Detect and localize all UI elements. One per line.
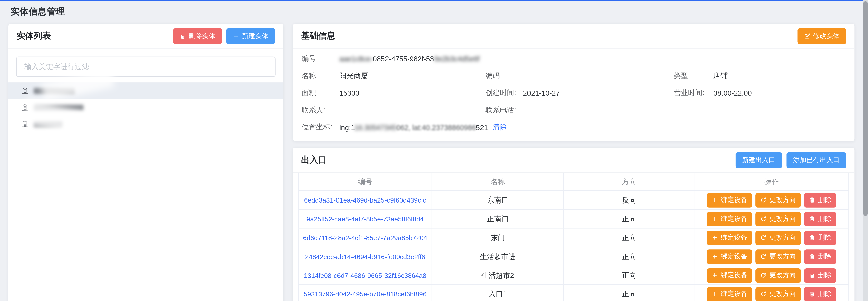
entity-list-item[interactable] [8,116,283,132]
type-value: 店铺 [713,71,728,81]
refresh-icon [761,216,767,222]
masked-lat: 062, lat:40.23738860986 [396,123,476,131]
entrance-direction: 反向 [564,191,694,210]
area-label: 面积: [302,88,339,98]
create-entity-label: 新建实体 [242,31,269,40]
plus-icon [712,272,718,278]
change-direction-button[interactable]: 更改方向 [756,212,801,226]
delete-entity-label: 删除实体 [189,31,215,40]
header-direction: 方向 [564,173,694,190]
delete-entrance-button[interactable]: 删除 [804,212,837,226]
edit-icon [804,33,810,39]
delete-entrance-button[interactable]: 删除 [804,193,837,207]
table-row: 1314fe08-c6d7-4686-9665-32f16c3864a8 生活超… [299,266,849,285]
entity-list-panel: 实体列表 删除实体 新建实体 [8,24,283,301]
delete-entrance-button[interactable]: 删除 [804,268,837,282]
hours-label: 营业时间: [674,88,713,98]
trash-icon [809,216,815,222]
entity-list-item[interactable] [8,82,283,99]
scrollbar-thumb[interactable] [863,1,868,216]
table-row: 9a25ff52-cae8-4af7-8b5e-73ae58f6f8d4 正南门… [299,210,849,229]
entrance-id-link[interactable]: 59313796-d042-495e-b70e-818cef6bf896 [304,291,427,298]
entrance-id-link[interactable]: 24842cec-ab14-4694-b916-fe00cd3e2ff6 [305,253,426,261]
add-existing-entrance-label: 添加已有出入口 [793,155,840,164]
basic-info-panel: 基础信息 修改实体 编号: aae1c8ce-0852-4755-982f-53… [293,24,855,141]
refresh-icon [761,235,767,241]
clear-coordinates-link[interactable]: 清除 [492,122,507,132]
entrance-id-link[interactable]: 9a25ff52-cae8-4af7-8b5e-73ae58f6f8d4 [307,215,424,223]
new-entrance-button[interactable]: 新建出入口 [736,152,782,168]
entity-id-value[interactable]: aae1c8ce-0852-4755-982f-539e2b3c4d5e6f [339,55,480,63]
bind-device-button[interactable]: 绑定设备 [707,287,752,301]
trash-icon [809,272,815,278]
vertical-scrollbar[interactable] [863,0,868,301]
table-header-row: 编号 名称 方向 操作 [299,173,849,190]
plus-icon [712,216,718,222]
entity-list-item[interactable] [8,99,283,116]
bind-device-button[interactable]: 绑定设备 [707,268,752,282]
entrance-name: 生活超市进 [432,247,564,266]
delete-entrance-button[interactable]: 删除 [804,231,837,245]
entrance-direction: 正向 [564,285,694,301]
entrance-id-link[interactable]: 6edd3a31-01ea-469d-ba25-c9f60d439cfc [304,197,426,204]
name-value: 阳光商厦 [339,71,368,81]
edit-entity-label: 修改实体 [813,31,840,40]
table-row: 6edd3a31-01ea-469d-ba25-c9f60d439cfc 东南口… [299,191,849,210]
plus-icon [712,235,718,241]
basic-info-body: 编号: aae1c8ce-0852-4755-982f-539e2b3c4d5e… [293,49,855,141]
coordinates-label: 位置坐标: [302,122,339,132]
building-icon [21,120,29,128]
delete-entity-button[interactable]: 删除实体 [173,28,222,44]
trash-icon [809,197,815,203]
entrance-direction: 正向 [564,210,694,229]
refresh-icon [761,197,767,203]
bind-device-button[interactable]: 绑定设备 [707,249,752,264]
masked-id-suffix: 9e2b3c4d5e6f [434,55,480,63]
building-icon [21,87,29,95]
entrance-name: 东南口 [432,191,564,210]
entrance-name: 东门 [432,228,564,247]
bind-device-button[interactable]: 绑定设备 [707,212,752,226]
new-entrance-label: 新建出入口 [742,155,775,164]
header-actions: 操作 [694,173,849,190]
name-label: 名称 [302,71,339,81]
entity-list [8,82,283,132]
change-direction-button[interactable]: 更改方向 [756,231,801,245]
change-direction-button[interactable]: 更改方向 [756,287,801,301]
add-existing-entrance-button[interactable]: 添加已有出入口 [786,152,846,168]
masked-lng: 16.30547345 [354,123,396,131]
entrance-id-link[interactable]: 6d6d7118-28a2-4cf1-85e7-7a29a85b7204 [303,234,428,242]
masked-entity-name [34,88,75,94]
building-icon [21,103,29,111]
entrances-table: 编号 名称 方向 操作 6edd3a31-01ea-469d-ba25-c9f6… [298,173,849,301]
plus-icon [712,197,718,203]
change-direction-button[interactable]: 更改方向 [756,193,801,207]
masked-entity-name [34,121,63,127]
code-label: 编码 [485,71,523,81]
entity-filter-input[interactable] [16,57,276,77]
change-direction-button[interactable]: 更改方向 [756,249,801,264]
change-direction-button[interactable]: 更改方向 [756,268,801,282]
top-progress-bar [0,0,868,1]
entrance-direction: 正向 [564,247,694,266]
header-name: 名称 [432,173,564,190]
table-row: 59313796-d042-495e-b70e-818cef6bf896 入口1… [299,285,849,301]
entrances-panel: 出入口 新建出入口 添加已有出入口 [293,148,855,301]
created-value: 2021-10-27 [523,89,560,97]
refresh-icon [761,291,767,297]
create-entity-button[interactable]: 新建实体 [226,28,275,44]
bind-device-button[interactable]: 绑定设备 [707,193,752,207]
entrance-id-link[interactable]: 1314fe08-c6d7-4686-9665-32f16c3864a8 [304,272,427,279]
page-title: 实体信息管理 [0,0,868,18]
bind-device-button[interactable]: 绑定设备 [707,231,752,245]
plus-icon [233,33,239,39]
edit-entity-button[interactable]: 修改实体 [798,28,846,44]
delete-entrance-button[interactable]: 删除 [804,249,837,264]
masked-entity-name [34,104,84,110]
entrance-name: 入口1 [432,285,564,301]
table-row: 24842cec-ab14-4694-b916-fe00cd3e2ff6 生活超… [299,247,849,266]
delete-entrance-button[interactable]: 删除 [804,287,837,301]
hours-value: 08:00-22:00 [713,89,752,97]
main-layout: 实体列表 删除实体 新建实体 [0,24,868,301]
basic-info-header: 基础信息 修改实体 [293,24,855,49]
